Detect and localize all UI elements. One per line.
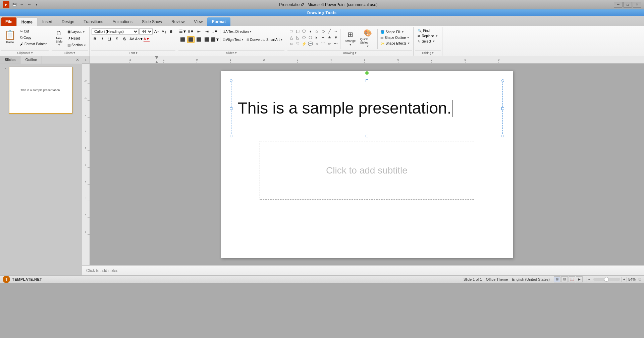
tab-home[interactable]: Home xyxy=(16,17,38,26)
shape-heart[interactable]: ♡ xyxy=(294,41,301,47)
tab-review[interactable]: Review xyxy=(167,17,189,26)
slides-panel-close[interactable]: ✕ xyxy=(73,56,82,64)
tab-view[interactable]: View xyxy=(189,17,207,26)
handle-br[interactable] xyxy=(501,135,504,137)
format-painter-button[interactable]: 🖌 Format Painter xyxy=(19,41,48,47)
shape-line[interactable]: ╱ xyxy=(326,28,332,34)
font-color-button[interactable]: A▼ xyxy=(143,36,150,42)
fit-slide-button[interactable]: ⊡ xyxy=(638,277,641,281)
tab-design[interactable]: Design xyxy=(57,17,79,26)
quick-styles-button[interactable]: 🎨 Quick Styles ▼ xyxy=(359,28,376,49)
shape-parallelogram[interactable]: ⬧ xyxy=(307,28,313,34)
handle-tl[interactable] xyxy=(230,79,232,82)
slide-sorter-button[interactable]: ⊟ xyxy=(561,276,568,282)
strikethrough-button[interactable]: S xyxy=(114,36,120,42)
shape-chevron[interactable]: ⏵ xyxy=(314,35,320,41)
columns-button[interactable]: ⬛▼ xyxy=(211,36,219,43)
paragraph-label[interactable]: Slides ▾ xyxy=(178,50,284,55)
slide-preview-1[interactable]: This is a sample presentation. xyxy=(9,67,72,114)
select-button[interactable]: ↖ Select ▼ xyxy=(416,39,440,44)
shape-arrow[interactable]: → xyxy=(333,28,339,34)
handle-tr[interactable] xyxy=(501,79,504,82)
replace-button[interactable]: ⇄ Replace ▼ xyxy=(416,33,440,39)
slides-label[interactable]: Slides ▾ xyxy=(52,50,88,55)
font-label[interactable]: Font ▾ xyxy=(91,50,175,55)
zoom-percent[interactable]: 54% xyxy=(628,277,636,281)
increase-indent-button[interactable]: ⇥ xyxy=(203,28,211,35)
italic-button[interactable]: I xyxy=(99,36,106,42)
save-button[interactable]: 💾 xyxy=(11,2,17,8)
shape-curve[interactable]: ⌒ xyxy=(320,41,326,47)
slides-tab[interactable]: Slides xyxy=(0,56,20,64)
shape-effects-button[interactable]: ✨ Shape Effects ▼ xyxy=(379,41,411,46)
zoom-out-button[interactable]: − xyxy=(587,277,592,282)
line-spacing-button[interactable]: ↕▼ xyxy=(211,28,219,35)
layout-button[interactable]: ▦ Layout ▼ xyxy=(66,29,87,36)
minimize-button[interactable]: ─ xyxy=(614,2,623,8)
reading-view-button[interactable]: 📖 xyxy=(569,276,575,282)
shape-diamond[interactable]: ◇ xyxy=(320,28,326,34)
clipboard-label[interactable]: Clipboard ▾ xyxy=(1,50,49,55)
drawing-label[interactable]: Drawing ▾ xyxy=(287,50,412,55)
tab-format[interactable]: Format xyxy=(207,17,230,26)
clear-formatting-button[interactable]: 🗑 xyxy=(168,28,175,35)
shape-scribble[interactable]: 〜 xyxy=(333,41,339,47)
handle-tm[interactable] xyxy=(366,79,368,82)
shape-select-btn[interactable]: ▭ xyxy=(288,28,294,34)
convert-smartart-button[interactable]: ⊞ Convert to SmartArt ▼ xyxy=(246,38,284,42)
text-shadow-button[interactable]: S xyxy=(121,36,128,42)
normal-view-button[interactable]: ⊞ xyxy=(554,276,560,282)
change-case-button[interactable]: Aa▼ xyxy=(136,36,143,42)
undo-button[interactable]: ↩ xyxy=(19,2,25,8)
bullet-list-button[interactable]: ☰▼ xyxy=(179,28,186,35)
decrease-indent-button[interactable]: ⇤ xyxy=(195,28,203,35)
new-slide-button[interactable]: 🗋 NewSlide ▼ xyxy=(52,28,66,48)
handle-bm[interactable] xyxy=(366,135,368,137)
align-right-button[interactable]: ⬛ xyxy=(195,36,203,43)
cut-button[interactable]: ✂ Cut xyxy=(19,28,48,34)
handle-bl[interactable] xyxy=(230,135,232,137)
numbered-list-button[interactable]: ≡▼ xyxy=(187,28,195,35)
bold-button[interactable]: B xyxy=(92,36,98,42)
arrange-button[interactable]: ⊞ Arrange ▼ xyxy=(342,28,359,49)
find-button[interactable]: 🔍 Find xyxy=(416,28,440,33)
shape-snip-rect[interactable]: ⬠ xyxy=(301,28,307,34)
shape-hexagon[interactable]: ⬡ xyxy=(307,35,313,41)
shape-outline-button[interactable]: ▭ Shape Outline ▼ xyxy=(379,35,411,40)
font-size-select[interactable]: 44 xyxy=(139,28,153,35)
maximize-button[interactable]: □ xyxy=(623,2,632,8)
copy-button[interactable]: ⧉ Copy xyxy=(19,35,48,41)
justify-button[interactable]: ⬛ xyxy=(203,36,211,43)
tab-file[interactable]: File xyxy=(1,17,16,26)
shape-trapezoid[interactable]: ⏢ xyxy=(314,28,320,34)
shape-smiley[interactable]: ☺ xyxy=(288,41,294,47)
section-button[interactable]: ▤ Section ▼ xyxy=(66,43,87,49)
subtitle-textbox[interactable]: Click to add subtitle xyxy=(260,141,474,200)
shape-fill-button[interactable]: 🪣 Shape Fill ▼ xyxy=(379,29,411,35)
align-text-button[interactable]: ⊡ Align Text ▼ xyxy=(222,38,245,42)
shape-lightning[interactable]: ⚡ xyxy=(301,41,307,47)
rotate-handle[interactable] xyxy=(365,71,369,75)
zoom-slider[interactable] xyxy=(593,278,620,281)
underline-button[interactable]: U xyxy=(106,36,113,42)
zoom-in-button[interactable]: + xyxy=(622,277,627,282)
text-direction-button[interactable]: ⇕A Text Direction ▼ xyxy=(222,29,253,34)
editing-label[interactable]: Editing ▾ xyxy=(415,50,441,55)
shape-oval[interactable]: ○ xyxy=(314,41,320,47)
char-spacing-button[interactable]: AV xyxy=(128,36,135,42)
reset-button[interactable]: ↺ Reset xyxy=(66,36,87,42)
shape-right-triangle[interactable]: ◺ xyxy=(294,35,301,41)
shape-freeform[interactable]: ✏ xyxy=(326,41,332,47)
decrease-font-size-button[interactable]: A↓ xyxy=(161,28,167,35)
tab-slideshow[interactable]: Slide Show xyxy=(137,17,167,26)
increase-font-size-button[interactable]: A↑ xyxy=(153,28,160,35)
shape-star4[interactable]: ✦ xyxy=(320,35,326,41)
tab-animations[interactable]: Animations xyxy=(108,17,137,26)
outline-tab[interactable]: Outline xyxy=(20,56,42,64)
notes-bar[interactable]: Click to add notes xyxy=(82,265,644,275)
slideshow-button[interactable]: ▶ xyxy=(576,276,583,282)
qa-dropdown[interactable]: ▼ xyxy=(34,2,40,8)
shape-star5[interactable]: ★ xyxy=(326,35,332,41)
align-center-button[interactable]: ⬛ xyxy=(187,36,195,43)
slide-thumbnail-1[interactable]: 1 This is a sample presentation. xyxy=(3,67,79,114)
